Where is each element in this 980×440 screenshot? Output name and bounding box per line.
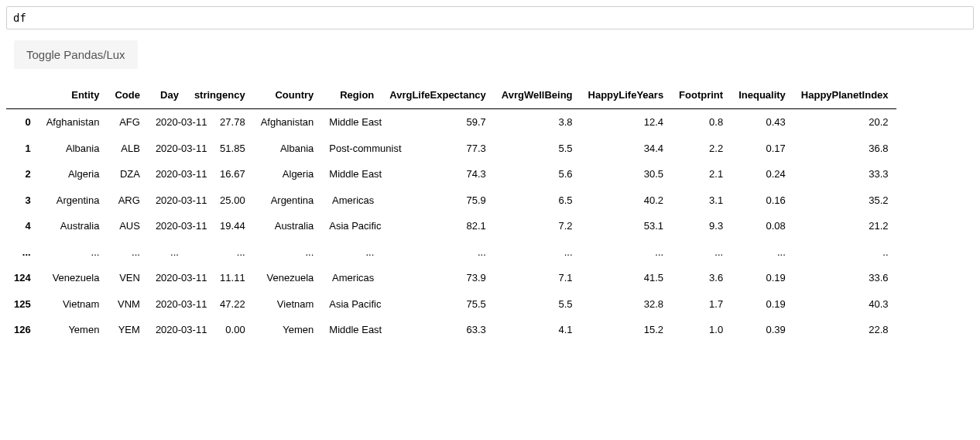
table-cell: 5.5 bbox=[494, 291, 581, 318]
table-cell: ... bbox=[581, 239, 672, 266]
table-cell: 0.8 bbox=[671, 109, 731, 136]
table-cell: 2020-03-11 bbox=[148, 136, 187, 162]
table-cell: 33.3 bbox=[793, 161, 896, 187]
table-cell: ... bbox=[39, 239, 108, 266]
table-cell: 0.19 bbox=[731, 291, 793, 318]
table-cell: Americas bbox=[321, 187, 382, 214]
table-cell: 53.1 bbox=[581, 213, 672, 239]
table-cell: Vietnam bbox=[39, 291, 108, 318]
table-cell: Afghanistan bbox=[253, 109, 322, 136]
table-cell: 2020-03-11 bbox=[148, 109, 187, 136]
table-cell: Albania bbox=[39, 136, 108, 162]
col-header: Region bbox=[321, 83, 382, 109]
col-header: HappyPlanetIndex bbox=[793, 83, 896, 109]
col-header: AvrgLifeExpectancy bbox=[382, 83, 494, 109]
table-row: 1AlbaniaALB2020-03-1151.85AlbaniaPost-co… bbox=[6, 136, 896, 162]
table-cell: 59.7 bbox=[382, 109, 494, 136]
table-cell: Afghanistan bbox=[39, 109, 108, 136]
table-cell: 1.7 bbox=[671, 291, 731, 318]
table-cell: ARG bbox=[107, 187, 148, 214]
table-cell: ... bbox=[494, 239, 581, 266]
table-cell: Albania bbox=[253, 136, 322, 162]
table-header-row: Entity Code Day stringency Country Regio… bbox=[6, 83, 896, 109]
table-cell: ... bbox=[671, 239, 731, 266]
table-row: 124VenezuelaVEN2020-03-1111.11VenezuelaA… bbox=[6, 265, 896, 291]
table-cell: 2.2 bbox=[671, 136, 731, 162]
row-index: 124 bbox=[6, 265, 39, 291]
toggle-pandas-lux-button[interactable]: Toggle Pandas/Lux bbox=[14, 40, 138, 69]
table-cell: 35.2 bbox=[793, 187, 896, 214]
table-cell: 73.9 bbox=[382, 265, 494, 291]
table-cell: 3.6 bbox=[671, 265, 731, 291]
table-cell: 75.5 bbox=[382, 291, 494, 318]
table-cell: 1.0 bbox=[671, 317, 731, 343]
table-cell: 0.24 bbox=[731, 161, 793, 187]
table-cell: YEM bbox=[107, 317, 148, 343]
table-cell: Vietnam bbox=[253, 291, 322, 318]
dataframe-output: Entity Code Day stringency Country Regio… bbox=[6, 83, 974, 343]
col-header: Inequality bbox=[731, 83, 793, 109]
table-cell: Argentina bbox=[39, 187, 108, 214]
table-cell: 0.19 bbox=[731, 265, 793, 291]
table-cell: 0.39 bbox=[731, 317, 793, 343]
table-row: ...................................... bbox=[6, 239, 896, 266]
index-header bbox=[6, 83, 39, 109]
table-cell: 0.08 bbox=[731, 213, 793, 239]
table-cell: Asia Pacific bbox=[321, 213, 382, 239]
table-cell: Algeria bbox=[39, 161, 108, 187]
row-index: 4 bbox=[6, 213, 39, 239]
row-index: 2 bbox=[6, 161, 39, 187]
table-cell: AFG bbox=[107, 109, 148, 136]
row-index: 1 bbox=[6, 136, 39, 162]
table-cell: 21.2 bbox=[793, 213, 896, 239]
table-cell: 75.9 bbox=[382, 187, 494, 214]
table-cell: ... bbox=[731, 239, 793, 266]
table-cell: ... bbox=[187, 239, 253, 266]
table-cell: ... bbox=[148, 239, 187, 266]
table-row: 3ArgentinaARG2020-03-1125.00ArgentinaAme… bbox=[6, 187, 896, 214]
table-cell: 22.8 bbox=[793, 317, 896, 343]
table-cell: 74.3 bbox=[382, 161, 494, 187]
table-cell: 6.5 bbox=[494, 187, 581, 214]
row-index: ... bbox=[6, 239, 39, 266]
col-header: Footprint bbox=[671, 83, 731, 109]
table-cell: 7.2 bbox=[494, 213, 581, 239]
table-cell: 20.2 bbox=[793, 109, 896, 136]
table-cell: 2020-03-11 bbox=[148, 317, 187, 343]
col-header: HappyLifeYears bbox=[581, 83, 672, 109]
table-cell: DZA bbox=[107, 161, 148, 187]
table-cell: 7.1 bbox=[494, 265, 581, 291]
table-cell: 9.3 bbox=[671, 213, 731, 239]
table-cell: 32.8 bbox=[581, 291, 672, 318]
table-cell: Argentina bbox=[253, 187, 322, 214]
table-cell: Asia Pacific bbox=[321, 291, 382, 318]
table-cell: ... bbox=[382, 239, 494, 266]
table-cell: VNM bbox=[107, 291, 148, 318]
table-cell: ... bbox=[321, 239, 382, 266]
table-cell: 33.6 bbox=[793, 265, 896, 291]
table-cell: 2020-03-11 bbox=[148, 265, 187, 291]
table-cell: Venezuela bbox=[253, 265, 322, 291]
table-cell: ... bbox=[107, 239, 148, 266]
table-cell: 40.2 bbox=[581, 187, 672, 214]
table-cell: Algeria bbox=[253, 161, 322, 187]
table-cell: 30.5 bbox=[581, 161, 672, 187]
table-cell: 0.16 bbox=[731, 187, 793, 214]
table-cell: Yemen bbox=[39, 317, 108, 343]
table-cell: 0.17 bbox=[731, 136, 793, 162]
table-cell: 2020-03-11 bbox=[148, 187, 187, 214]
table-cell: ... bbox=[253, 239, 322, 266]
table-cell: 5.6 bbox=[494, 161, 581, 187]
table-cell: 41.5 bbox=[581, 265, 672, 291]
table-cell: 3.8 bbox=[494, 109, 581, 136]
code-cell-input[interactable] bbox=[6, 6, 974, 29]
table-cell: 2020-03-11 bbox=[148, 213, 187, 239]
row-index: 0 bbox=[6, 109, 39, 136]
col-header: Code bbox=[107, 83, 148, 109]
table-cell: Middle East bbox=[321, 161, 382, 187]
table-cell: 2.1 bbox=[671, 161, 731, 187]
table-cell: 12.4 bbox=[581, 109, 672, 136]
table-cell: 4.1 bbox=[494, 317, 581, 343]
dataframe-table: Entity Code Day stringency Country Regio… bbox=[6, 83, 896, 343]
table-row: 2AlgeriaDZA2020-03-1116.67AlgeriaMiddle … bbox=[6, 161, 896, 187]
